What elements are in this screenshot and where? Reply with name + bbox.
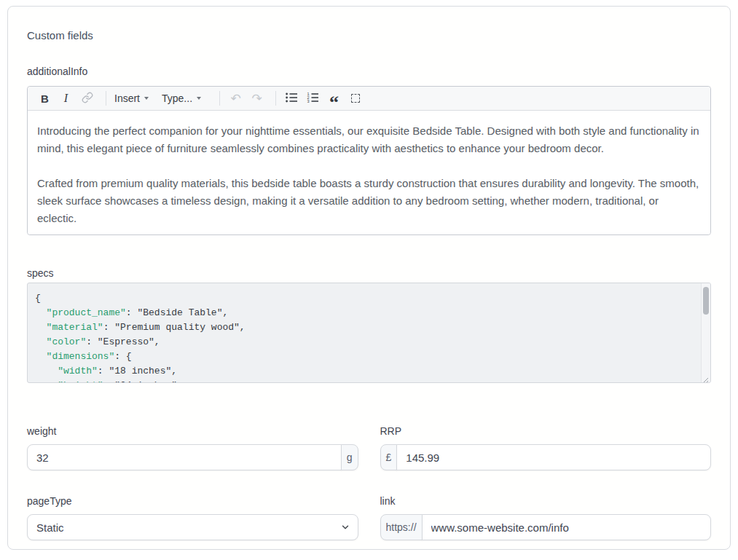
editor-paragraph: Introducing the perfect companion for yo… (37, 122, 701, 157)
weight-field: weight g (27, 425, 358, 470)
blockquote-button[interactable]: “ (325, 90, 343, 107)
page-type-field: pageType Static (27, 495, 358, 540)
link-input-group: https:// (380, 514, 712, 540)
code-line: "color": "Espresso", (35, 335, 696, 350)
protocol-addon: https:// (380, 514, 423, 540)
link-icon (82, 92, 93, 106)
chevron-down-icon (144, 97, 149, 100)
toolbar-divider (275, 91, 276, 106)
code-line: "height": "24 inches" (35, 379, 696, 383)
link-field: link https:// (380, 495, 712, 540)
weight-unit-addon: g (341, 444, 358, 470)
scrollbar-thumb[interactable] (703, 287, 709, 315)
weight-label: weight (27, 425, 358, 438)
code-line: "dimensions": { (35, 350, 696, 364)
numbered-list-icon: 123 (307, 92, 319, 106)
type-dropdown-label: Type... (162, 92, 192, 104)
code-line: { (35, 291, 696, 306)
code-line: "width": "18 inches", (35, 364, 696, 379)
link-label: link (380, 495, 712, 508)
page-type-select[interactable]: Static (27, 514, 358, 540)
editor-content[interactable]: Introducing the perfect companion for yo… (28, 111, 710, 234)
code-scrollbar[interactable] (701, 283, 710, 382)
code-line: "material": "Premium quality wood", (35, 320, 696, 335)
svg-text:3: 3 (307, 99, 309, 103)
dashed-box-icon (351, 94, 360, 103)
editor-paragraph: Crafted from premium quality materials, … (37, 175, 701, 227)
type-dropdown[interactable]: Type... (160, 90, 203, 107)
currency-addon: £ (380, 444, 398, 470)
bold-button[interactable]: B (36, 90, 54, 107)
weight-input[interactable] (27, 444, 342, 470)
page-type-label: pageType (27, 495, 358, 508)
insert-dropdown-label: Insert (114, 92, 140, 104)
rich-text-editor: B I Insert Type... ↶ ↷ (27, 86, 711, 235)
rte-toolbar: B I Insert Type... ↶ ↷ (28, 87, 710, 111)
rrp-label: RRP (380, 425, 712, 438)
undo-icon: ↶ (230, 91, 240, 106)
custom-fields-card: Custom fields additionalInfo B I Insert … (7, 6, 731, 550)
bullet-list-button[interactable] (283, 90, 301, 107)
page-type-select-wrap: Static (27, 514, 358, 540)
specs-code-editor[interactable]: { "product_name": "Bedside Table", "mate… (27, 283, 711, 383)
link-input[interactable] (422, 514, 711, 540)
numbered-list-button[interactable]: 123 (304, 90, 322, 107)
italic-button[interactable]: I (57, 90, 75, 107)
link-button[interactable] (78, 90, 96, 107)
weight-input-group: g (27, 444, 358, 470)
chevron-down-icon (197, 97, 201, 100)
undo-button[interactable]: ↶ (227, 90, 245, 107)
code-content[interactable]: { "product_name": "Bedside Table", "mate… (28, 283, 710, 383)
fields-grid: weight g RRP £ pageType Static (27, 425, 711, 540)
redo-button[interactable]: ↷ (248, 90, 266, 107)
rrp-field: RRP £ (380, 425, 712, 470)
bullet-list-icon (286, 92, 298, 106)
redo-icon: ↷ (251, 91, 262, 106)
toolbar-divider (106, 91, 106, 106)
rrp-input[interactable] (396, 444, 711, 470)
resize-handle-icon[interactable] (702, 374, 709, 381)
toolbar-divider (219, 91, 220, 106)
card-title: Custom fields (27, 29, 711, 42)
embed-block-button[interactable] (346, 90, 364, 107)
insert-dropdown[interactable]: Insert (113, 90, 150, 107)
code-line: "product_name": "Bedside Table", (35, 306, 696, 320)
additional-info-label: additionalInfo (27, 66, 711, 78)
specs-label: specs (27, 267, 711, 280)
rrp-input-group: £ (380, 444, 712, 470)
